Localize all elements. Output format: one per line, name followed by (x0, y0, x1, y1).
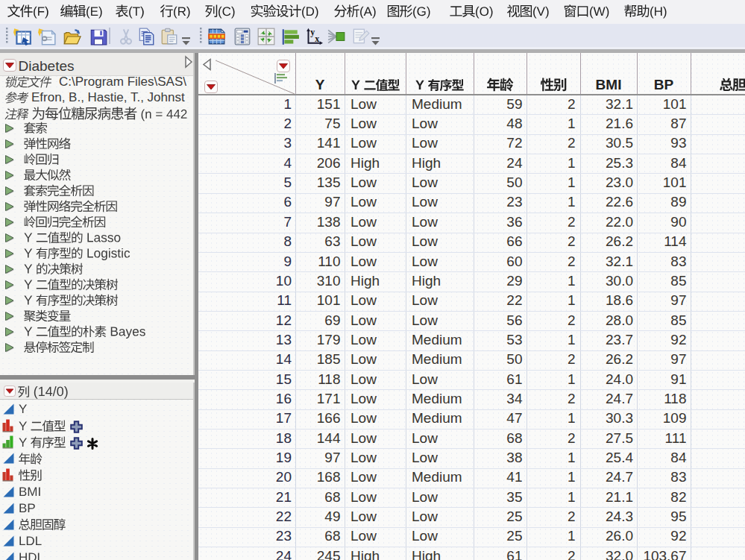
svg-text:x: x (315, 34, 319, 44)
